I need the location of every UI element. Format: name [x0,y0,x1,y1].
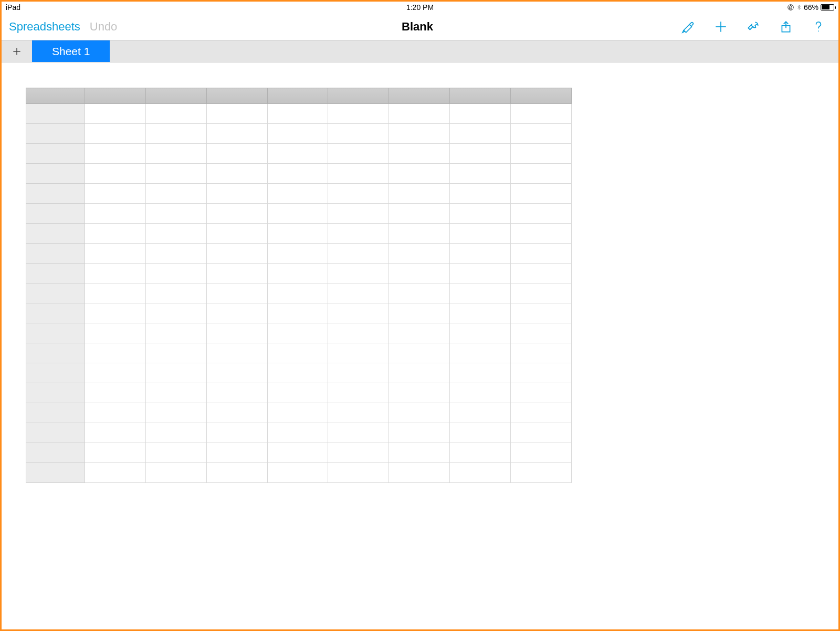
cell[interactable] [206,264,267,283]
cell[interactable] [450,463,511,483]
table-row[interactable] [26,104,572,124]
cell[interactable] [145,463,206,483]
cell[interactable] [389,403,450,423]
cell[interactable] [145,423,206,443]
cell[interactable] [206,184,267,204]
cell[interactable] [145,224,206,244]
cell[interactable] [85,224,145,244]
cell[interactable] [450,363,511,383]
cell[interactable] [85,184,145,204]
cell[interactable] [145,383,206,403]
cell[interactable] [511,224,572,244]
cell[interactable] [450,124,511,144]
cell[interactable] [328,443,389,463]
cell[interactable] [511,323,572,343]
column-header[interactable] [26,88,85,104]
column-header[interactable] [85,88,145,104]
cell[interactable] [450,204,511,224]
cell[interactable] [267,383,328,403]
table-row[interactable] [26,323,572,343]
cell[interactable] [145,204,206,224]
share-icon[interactable] [779,19,793,34]
help-icon[interactable] [811,19,826,34]
column-header[interactable] [450,88,511,104]
table-row[interactable] [26,124,572,144]
cell[interactable] [389,303,450,323]
cell[interactable] [145,343,206,363]
cell[interactable] [450,343,511,363]
table-row[interactable] [26,363,572,383]
row-header-cell[interactable] [26,264,85,283]
cell[interactable] [267,403,328,423]
cell[interactable] [206,343,267,363]
cell[interactable] [450,244,511,264]
undo-button[interactable]: Undo [90,20,118,34]
cell[interactable] [511,264,572,283]
cell[interactable] [511,204,572,224]
cell[interactable] [450,423,511,443]
cell[interactable] [450,104,511,124]
cell[interactable] [328,144,389,164]
row-header-cell[interactable] [26,323,85,343]
cell[interactable] [85,124,145,144]
cell[interactable] [450,283,511,303]
column-header-row[interactable] [26,88,572,104]
cell[interactable] [389,343,450,363]
cell[interactable] [389,283,450,303]
cell[interactable] [206,224,267,244]
cell[interactable] [267,303,328,323]
cell[interactable] [511,303,572,323]
cell[interactable] [511,403,572,423]
cell[interactable] [328,323,389,343]
cell[interactable] [85,423,145,443]
cell[interactable] [267,363,328,383]
cell[interactable] [206,204,267,224]
cell[interactable] [450,303,511,323]
cell[interactable] [511,124,572,144]
cell[interactable] [267,423,328,443]
cell[interactable] [145,283,206,303]
cell[interactable] [145,124,206,144]
spreadsheet-canvas[interactable] [2,62,838,483]
table-row[interactable] [26,184,572,204]
table-row[interactable] [26,343,572,363]
cell[interactable] [511,164,572,184]
cell[interactable] [328,423,389,443]
cell[interactable] [267,164,328,184]
cell[interactable] [206,124,267,144]
cell[interactable] [328,204,389,224]
row-header-cell[interactable] [26,164,85,184]
cell[interactable] [145,443,206,463]
cell[interactable] [267,204,328,224]
cell[interactable] [511,383,572,403]
column-header[interactable] [267,88,328,104]
cell[interactable] [206,303,267,323]
cell[interactable] [450,383,511,403]
cell[interactable] [206,283,267,303]
cell[interactable] [511,343,572,363]
row-header-cell[interactable] [26,144,85,164]
cell[interactable] [267,343,328,363]
cell[interactable] [267,224,328,244]
column-header[interactable] [145,88,206,104]
row-header-cell[interactable] [26,244,85,264]
table-row[interactable] [26,164,572,184]
cell[interactable] [85,443,145,463]
cell[interactable] [267,244,328,264]
cell[interactable] [206,383,267,403]
cell[interactable] [389,443,450,463]
cell[interactable] [450,164,511,184]
cell[interactable] [85,383,145,403]
column-header[interactable] [206,88,267,104]
row-header-cell[interactable] [26,463,85,483]
cell[interactable] [328,403,389,423]
row-header-cell[interactable] [26,184,85,204]
cell[interactable] [85,363,145,383]
cell[interactable] [511,363,572,383]
cell[interactable] [145,244,206,264]
cell[interactable] [511,144,572,164]
cell[interactable] [145,104,206,124]
cell[interactable] [145,164,206,184]
cell[interactable] [450,323,511,343]
cell[interactable] [145,184,206,204]
